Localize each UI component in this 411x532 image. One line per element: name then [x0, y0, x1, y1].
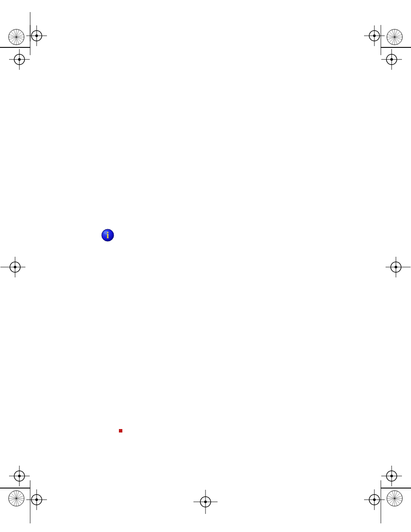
registration-mark — [355, 454, 411, 523]
registration-mark — [0, 12, 56, 81]
registration-mark — [0, 254, 30, 280]
registration-mark — [355, 12, 411, 81]
svg-text:i: i — [106, 230, 109, 240]
info-icon: i — [101, 228, 115, 244]
red-square-marker — [119, 429, 122, 432]
registration-mark — [193, 489, 218, 515]
registration-mark — [0, 454, 56, 523]
registration-mark — [381, 254, 411, 280]
